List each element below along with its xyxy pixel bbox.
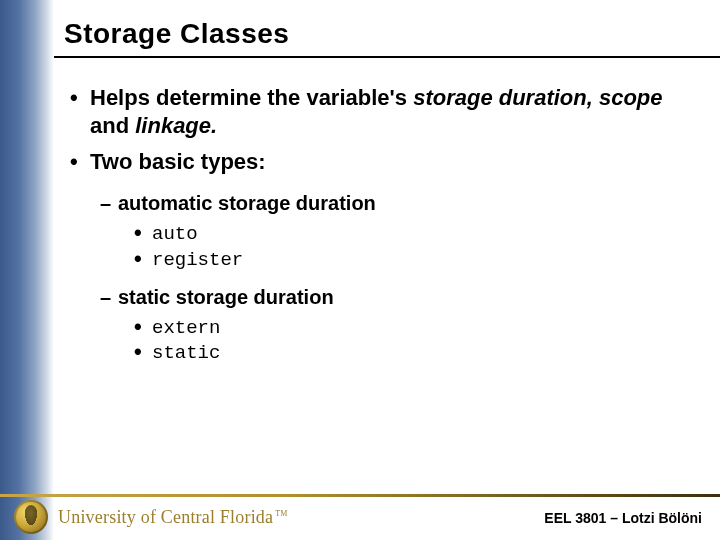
text-italic: linkage. — [135, 113, 217, 138]
course-label: EEL 3801 – Lotzi Bölöni — [544, 502, 702, 526]
university-name-text: University of Central Florida — [58, 507, 273, 527]
slide-content: Storage Classes Helps determine the vari… — [54, 0, 720, 540]
slide-footer: University of Central FloridaTM EEL 3801… — [0, 488, 720, 540]
text-italic: storage duration, scope — [413, 85, 662, 110]
keyword-list: extern static — [118, 316, 700, 367]
sub-bullet-static: static storage duration extern static — [100, 284, 700, 367]
keyword-auto: auto — [134, 222, 700, 248]
bullet-item-1: Helps determine the variable's storage d… — [70, 84, 700, 140]
keyword-register: register — [134, 248, 700, 274]
title-underline — [54, 56, 720, 58]
sub-bullet-automatic: automatic storage duration auto register — [100, 190, 700, 273]
university-name: University of Central FloridaTM — [58, 507, 288, 528]
keyword-list: auto register — [118, 222, 700, 273]
keyword-extern: extern — [134, 316, 700, 342]
slide-title: Storage Classes — [64, 18, 700, 50]
keyword-static: static — [134, 341, 700, 367]
ucf-seal-icon — [14, 500, 48, 534]
sub-bullet-list: automatic storage duration auto register… — [90, 190, 700, 367]
text-fragment: Two basic types: — [90, 149, 266, 174]
university-logo: University of Central FloridaTM — [0, 494, 288, 534]
text-fragment: static storage duration — [118, 286, 334, 308]
bullet-item-2: Two basic types: automatic storage durat… — [70, 148, 700, 367]
trademark-icon: TM — [273, 509, 287, 518]
text-fragment: and — [90, 113, 135, 138]
side-gradient — [0, 0, 54, 540]
bullet-list: Helps determine the variable's storage d… — [64, 84, 700, 367]
text-fragment: Helps determine the variable's — [90, 85, 413, 110]
text-fragment: automatic storage duration — [118, 192, 376, 214]
